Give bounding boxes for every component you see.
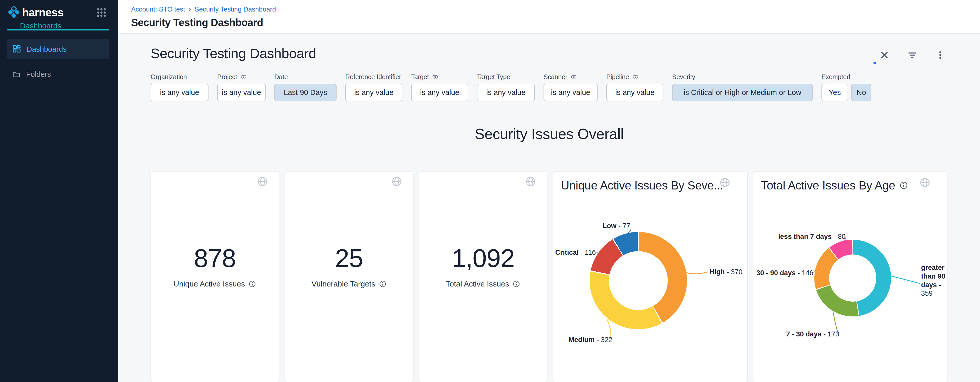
- app-root: harness Dashboards: [0, 0, 980, 382]
- chart-title: Total Active Issues By Age: [761, 178, 895, 192]
- info-icon[interactable]: [248, 280, 256, 288]
- filter-label: Organization: [151, 73, 187, 81]
- filter-label: Project: [217, 73, 237, 81]
- filter-pipeline: Pipeline is any value: [606, 73, 663, 101]
- kebab-menu-icon: [935, 50, 945, 60]
- filter-scanner-value[interactable]: is any value: [544, 84, 598, 101]
- filter-severity: Severity is Critical or High or Medium o…: [672, 73, 813, 101]
- info-icon[interactable]: [899, 181, 908, 190]
- sidebar-divider: [7, 29, 109, 30]
- slice-label-medium: Medium - 322: [569, 336, 612, 344]
- sidebar-item-label: Dashboards: [27, 45, 67, 54]
- dashboard-title: Security Testing Dashboard: [151, 45, 948, 61]
- globe-icon: [919, 177, 931, 188]
- filter-label: Target: [411, 73, 429, 81]
- filter-date: Date Last 90 Days: [274, 73, 337, 101]
- slice-label-low: Low - 77: [603, 222, 630, 230]
- filter-project: Project is any value: [217, 73, 266, 101]
- cards-row: 878 Unique Active Issues: [151, 171, 948, 382]
- stat-value: 25: [285, 244, 413, 273]
- filter-label: Pipeline: [606, 73, 629, 81]
- stat-label: Vulnerable Targets: [312, 280, 375, 288]
- chart-card-total-active-issues-by-age: Total Active Issues By Age: [753, 171, 948, 382]
- slice-label-greater-than-90-days: greater than 90 days - 359: [921, 263, 951, 298]
- stat-value: 878: [151, 244, 279, 273]
- link-icon: [570, 73, 577, 80]
- sidebar-item-label: Folders: [26, 70, 51, 79]
- filter-target-type: Target Type is any value: [477, 73, 535, 101]
- cursor-dot: [873, 62, 876, 64]
- filter-target-type-value[interactable]: is any value: [477, 84, 535, 101]
- info-icon[interactable]: [379, 280, 387, 288]
- slice-label-7-30-days: 7 - 30 days - 173: [786, 330, 839, 338]
- sidebar-item-folders[interactable]: Folders: [7, 64, 109, 84]
- stat-card-unique-active-issues: 878 Unique Active Issues: [151, 171, 279, 382]
- filter-project-value[interactable]: is any value: [217, 84, 266, 101]
- globe-icon: [257, 176, 268, 187]
- globe-icon: [391, 176, 402, 187]
- info-icon[interactable]: [512, 280, 520, 288]
- filter-label: Date: [274, 73, 288, 81]
- sidebar: harness Dashboards: [0, 0, 118, 382]
- more-options-button[interactable]: [934, 49, 947, 62]
- close-icon: [880, 50, 889, 60]
- chart-card-unique-active-issues-by-severity: Unique Active Issues By Seve...: [553, 171, 748, 382]
- globe-icon: [719, 177, 730, 188]
- filter-label: Reference Identifier: [345, 73, 401, 81]
- folder-icon: [12, 70, 21, 78]
- filter-label: Severity: [672, 73, 695, 81]
- stat-card-total-active-issues: 1,092 Total Active Issues: [419, 171, 547, 382]
- page-title: Security Testing Dashboard: [131, 17, 980, 29]
- filter-label: Scanner: [544, 73, 567, 81]
- filter-reference-identifier-value[interactable]: is any value: [345, 84, 402, 101]
- filter-date-value[interactable]: Last 90 Days: [274, 84, 337, 101]
- filter-organization: Organization is any value: [151, 73, 208, 101]
- content: Account: STO test › Security Testing Das…: [118, 0, 980, 382]
- breadcrumb-separator: ›: [189, 5, 191, 13]
- app-grid-icon[interactable]: [96, 7, 107, 18]
- filter-icon: [907, 50, 918, 60]
- filter-target: Target is any value: [411, 73, 468, 101]
- slice-label-high: High - 370: [710, 268, 743, 276]
- chart-title: Unique Active Issues By Seve...: [561, 178, 723, 192]
- topbar: Account: STO test › Security Testing Das…: [118, 0, 980, 33]
- dashboards-grid-icon: [12, 45, 21, 54]
- dashboard-actions: [878, 48, 947, 62]
- breadcrumb: Account: STO test › Security Testing Das…: [131, 5, 980, 13]
- breadcrumb-account-link[interactable]: Account: STO test: [131, 5, 185, 13]
- donut-chart-age[interactable]: [814, 239, 891, 317]
- filter-label: Target Type: [477, 73, 510, 81]
- filter-organization-value[interactable]: is any value: [151, 84, 208, 101]
- link-icon: [240, 73, 247, 80]
- filter-scanner: Scanner is any value: [544, 73, 598, 101]
- sidebar-item-dashboards[interactable]: Dashboards: [7, 39, 109, 59]
- filter-pipeline-value[interactable]: is any value: [606, 84, 663, 101]
- stat-label: Unique Active Issues: [173, 280, 245, 288]
- stat-value: 1,092: [419, 244, 547, 273]
- globe-icon: [525, 176, 536, 187]
- link-icon: [432, 73, 439, 80]
- donut-chart-severity[interactable]: [590, 232, 687, 329]
- slice-label-30-90-days: 30 - 90 days - 146: [756, 269, 813, 277]
- donut-hole: [829, 255, 876, 301]
- filter-severity-value[interactable]: is Critical or High or Medium or Low: [672, 84, 813, 101]
- close-button[interactable]: [878, 49, 891, 62]
- link-icon: [632, 73, 639, 80]
- stat-card-vulnerable-targets: 25 Vulnerable Targets: [285, 171, 414, 382]
- sidebar-nav: Dashboards Folders: [7, 39, 109, 84]
- filter-label: Exempted: [821, 73, 850, 81]
- dashboard-panel: Security Testing Dashboard: [118, 33, 980, 382]
- donut-hole: [609, 251, 668, 310]
- filter-exempted: Exempted Yes No: [821, 73, 872, 101]
- section-title: Security Issues Overall: [151, 125, 948, 143]
- exempted-yes-button[interactable]: Yes: [821, 84, 848, 101]
- slice-label-less-than-7-days: less than 7 days - 80: [778, 233, 846, 241]
- breadcrumb-dashboard-link[interactable]: Security Testing Dashboard: [195, 5, 276, 13]
- filter-reference-identifier: Reference Identifier is any value: [345, 73, 402, 101]
- exempted-no-button[interactable]: No: [851, 84, 872, 101]
- slice-label-critical: Critical - 116: [555, 249, 596, 257]
- stat-label: Total Active Issues: [446, 280, 509, 288]
- filter-target-value[interactable]: is any value: [411, 84, 468, 101]
- filters-toggle-button[interactable]: [906, 48, 919, 62]
- product-label: Dashboards: [0, 19, 118, 30]
